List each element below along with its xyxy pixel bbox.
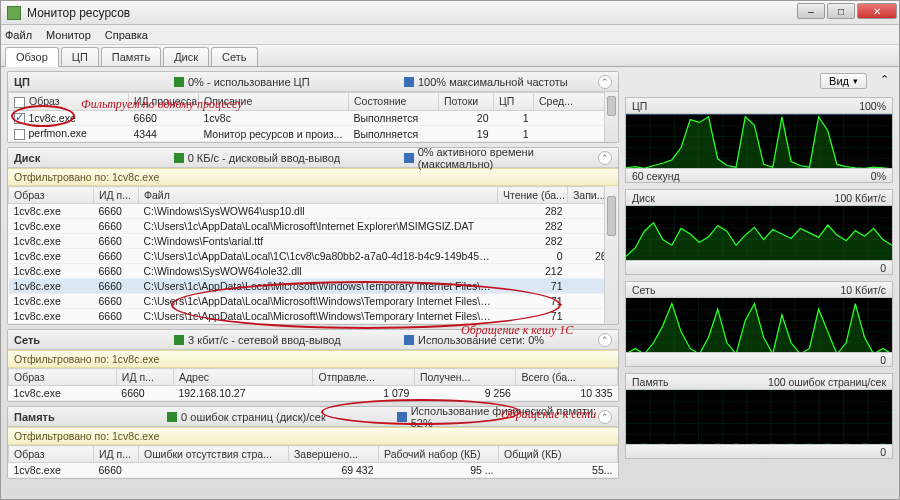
titlebar[interactable]: Монитор ресурсов – □ ✕ bbox=[1, 1, 899, 25]
cpu-panel: ЦП 0% - использование ЦП 100% максимальн… bbox=[7, 71, 619, 143]
chart-ЦП: ЦП100% 60 секунд0% bbox=[625, 97, 893, 183]
collapse-icon[interactable]: ⌃ bbox=[598, 75, 612, 89]
cpu-grid-header[interactable]: Образ ИД процесса Описание Состояние Пот… bbox=[9, 93, 618, 111]
disk-panel-title: Диск bbox=[14, 152, 174, 164]
disk-grid-header[interactable]: Образ ИД п... Файл Чтение (ба... Запи... bbox=[9, 187, 618, 204]
checkbox-icon[interactable] bbox=[14, 113, 25, 124]
square-icon bbox=[174, 335, 184, 345]
memory-grid-header[interactable]: Образ ИД п... Ошибки отсутствия стра... … bbox=[9, 446, 618, 463]
tab-network[interactable]: Сеть bbox=[211, 47, 257, 66]
table-row[interactable]: 1cv8c.exe6660C:\Windows\Fonts\arial.ttf2… bbox=[9, 234, 618, 249]
square-icon bbox=[404, 77, 414, 87]
table-row[interactable]: 1cv8c.exe6660C:\Users\1c\AppData\Local\M… bbox=[9, 279, 618, 294]
chevron-down-icon: ▾ bbox=[853, 76, 858, 86]
disk-panel: Диск 0 КБ/с - дисковый ввод-вывод 0% акт… bbox=[7, 147, 619, 325]
table-row[interactable]: 1cv8c.exe 6660 69 432 95 ... 55... bbox=[9, 463, 618, 478]
menu-help[interactable]: Справка bbox=[105, 29, 148, 41]
square-icon bbox=[174, 153, 184, 163]
maximize-button[interactable]: □ bbox=[827, 3, 855, 19]
table-row[interactable]: perfmon.exe 4344 Монитор ресурсов и прои… bbox=[9, 126, 618, 142]
table-row[interactable]: 1cv8c.exe6660C:\Windows\SysWOW64\ole32.d… bbox=[9, 264, 618, 279]
left-column: ЦП 0% - использование ЦП 100% максимальн… bbox=[1, 67, 623, 499]
square-icon bbox=[404, 153, 414, 163]
chart-Диск: Диск100 Кбит/с 0 bbox=[625, 189, 893, 275]
menu-monitor[interactable]: Монитор bbox=[46, 29, 91, 41]
disk-grid[interactable]: Образ ИД п... Файл Чтение (ба... Запи...… bbox=[8, 186, 618, 324]
checkbox-icon[interactable] bbox=[14, 97, 25, 108]
square-icon bbox=[404, 335, 414, 345]
memory-panel-header[interactable]: Память 0 ошибок страниц (диск)/сек Испол… bbox=[8, 407, 618, 427]
table-row[interactable]: 1cv8c.exe6660C:\Users\1c\AppData\Local\M… bbox=[9, 219, 618, 234]
collapse-icon[interactable]: ⌃ bbox=[598, 333, 612, 347]
cpu-panel-title: ЦП bbox=[14, 76, 174, 88]
cpu-panel-header[interactable]: ЦП 0% - использование ЦП 100% максимальн… bbox=[8, 72, 618, 92]
menu-file[interactable]: Файл bbox=[5, 29, 32, 41]
minimize-button[interactable]: – bbox=[797, 3, 825, 19]
network-panel-header[interactable]: Сеть 3 кбит/с - сетевой ввод-вывод Испол… bbox=[8, 330, 618, 350]
menubar: Файл Монитор Справка bbox=[1, 25, 899, 45]
table-row[interactable]: 1cv8c.exe6660C:\Windows\SysWOW64\usp10.d… bbox=[9, 204, 618, 219]
tab-disk[interactable]: Диск bbox=[163, 47, 209, 66]
app-icon bbox=[7, 6, 21, 20]
square-icon bbox=[167, 412, 177, 422]
window-title: Монитор ресурсов bbox=[27, 6, 130, 20]
table-row[interactable]: 1cv8c.exe6660C:\Users\1c\AppData\Local\1… bbox=[9, 249, 618, 264]
cpu-grid[interactable]: Образ ИД процесса Описание Состояние Пот… bbox=[8, 92, 618, 142]
table-row[interactable]: 1cv8c.exe 6660 1cv8c Выполняется 20 1 bbox=[9, 110, 618, 126]
network-grid-header[interactable]: Образ ИД п... Адрес Отправле... Получен.… bbox=[9, 369, 618, 386]
network-panel-title: Сеть bbox=[14, 334, 174, 346]
chart-Сеть: Сеть10 Кбит/с 0 bbox=[625, 281, 893, 367]
tab-overview[interactable]: Обзор bbox=[5, 47, 59, 67]
tab-cpu[interactable]: ЦП bbox=[61, 47, 99, 66]
square-icon bbox=[397, 412, 407, 422]
filter-bar: Отфильтровано по: 1cv8c.exe bbox=[8, 427, 618, 445]
table-row[interactable]: 1cv8c.exe6660C:\Users\1c\AppData\Local\M… bbox=[9, 309, 618, 324]
tab-memory[interactable]: Память bbox=[101, 47, 161, 66]
cpu-stat-freq: 100% максимальной частоты bbox=[418, 76, 568, 88]
filter-bar: Отфильтровано по: 1cv8c.exe bbox=[8, 350, 618, 368]
table-row[interactable]: 1cv8c.exe6660C:\Users\1c\AppData\Local\M… bbox=[9, 294, 618, 309]
right-column: Вид ▾ ⌃ ЦП100% 60 секунд0% Диск100 Кбит/… bbox=[623, 67, 899, 499]
collapse-icon[interactable]: ⌃ bbox=[880, 73, 889, 86]
chart-Память: Память100 ошибок страниц/сек 0 bbox=[625, 373, 893, 459]
view-button[interactable]: Вид ▾ bbox=[820, 73, 867, 89]
cpu-stat-usage: 0% - использование ЦП bbox=[188, 76, 310, 88]
tabbar: Обзор ЦП Память Диск Сеть bbox=[1, 45, 899, 67]
checkbox-icon[interactable] bbox=[14, 129, 25, 140]
square-icon bbox=[174, 77, 184, 87]
resource-monitor-window: Монитор ресурсов – □ ✕ Файл Монитор Спра… bbox=[0, 0, 900, 500]
network-panel: Сеть 3 кбит/с - сетевой ввод-вывод Испол… bbox=[7, 329, 619, 402]
memory-grid[interactable]: Образ ИД п... Ошибки отсутствия стра... … bbox=[8, 445, 618, 478]
network-grid[interactable]: Образ ИД п... Адрес Отправле... Получен.… bbox=[8, 368, 618, 401]
table-row[interactable]: 1cv8c.exe 6660 192.168.10.27 1 079 9 256… bbox=[9, 386, 618, 401]
filter-bar: Отфильтровано по: 1cv8c.exe bbox=[8, 168, 618, 186]
memory-panel: Память 0 ошибок страниц (диск)/сек Испол… bbox=[7, 406, 619, 479]
close-button[interactable]: ✕ bbox=[857, 3, 897, 19]
disk-panel-header[interactable]: Диск 0 КБ/с - дисковый ввод-вывод 0% акт… bbox=[8, 148, 618, 168]
memory-panel-title: Память bbox=[14, 411, 167, 423]
